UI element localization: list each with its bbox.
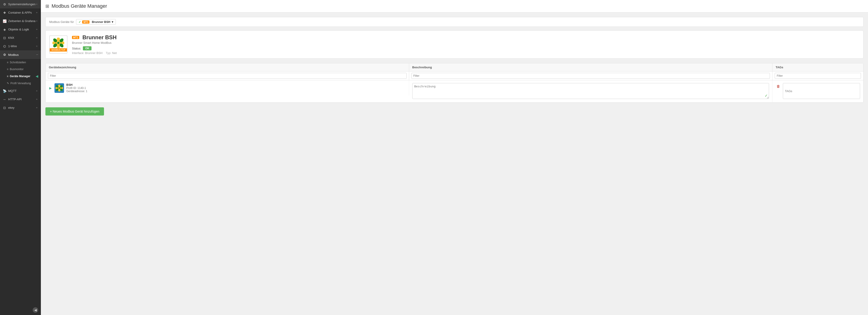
sidebar-item-label: Objekte & Logik: [8, 28, 29, 31]
add-device-button[interactable]: + Neues Modbus Gerät hinzufügen: [45, 107, 104, 116]
sidebar-item-label: Systemeinstellungen: [8, 2, 35, 6]
device-badge: MT1: [72, 36, 79, 39]
expand-icon: ＋: [35, 11, 38, 14]
sidebar-item-label: MQTT: [8, 89, 17, 93]
device-selector-label: Modbus Geräte für: [49, 20, 74, 24]
tags-cell-inner: 🗑: [776, 83, 860, 99]
sidebar-collapse-button[interactable]: ◀: [33, 307, 38, 313]
sidebar-item-label: Container & APPs: [8, 11, 32, 14]
mqtt-icon: 📡: [3, 89, 6, 93]
status-badge: OK: [83, 46, 92, 51]
sidebar-item-zeitserien[interactable]: 📈 Zeitserien & Grafana ＋: [0, 17, 41, 25]
col-beschreibung: Beschreibung: [409, 63, 773, 71]
filter-row: [45, 71, 863, 80]
cell-tags: 🗑: [772, 80, 863, 102]
device-row-address: Geräteadresse: 1: [66, 90, 87, 93]
sidebar-item-container-apps[interactable]: ❖ Container & APPs ＋: [0, 8, 41, 17]
filter-cell-tags: [772, 71, 863, 80]
sidebar-item-objekte[interactable]: ◈ Objekte & Logik ＋: [0, 25, 41, 34]
expand-icon: ＋: [35, 44, 38, 48]
device-row-info: BSH Profil ID: 1140-1 Geräteadresse: 1: [66, 83, 87, 93]
sidebar-subitem-profil[interactable]: ✎ Profil Verwaltung: [0, 80, 41, 87]
filter-beschreibung-input[interactable]: [411, 73, 770, 79]
mt1-badge: MT1: [82, 21, 89, 24]
expand-icon: ＋: [35, 97, 38, 101]
sidebar-subitem-geraete-manager[interactable]: ≡ Geräte Manager ◀: [0, 73, 41, 80]
sidebar-item-ekey[interactable]: ⊡ ekey ＋: [0, 103, 41, 112]
schnittstellen-icon: ≡: [7, 61, 8, 64]
content-area: Modbus Geräte für ✓ MT1 Brunner BSH ▾: [41, 12, 868, 315]
device-thumbnail: [55, 83, 64, 93]
active-arrow-icon: ◀: [36, 74, 38, 78]
filter-geraet-input[interactable]: [48, 73, 407, 79]
expand-icon: ＋: [35, 36, 38, 40]
main-content: ⊞ Modbus Geräte Manager Modbus Geräte fü…: [41, 0, 868, 315]
expand-icon: ＋: [35, 106, 38, 109]
status-label: Status:: [72, 47, 81, 50]
wire-icon: ⌬: [3, 44, 6, 48]
sidebar-item-label: Zeitserien & Grafana: [8, 19, 35, 23]
geraete-icon: ≡: [7, 75, 8, 78]
beschreibung-textarea[interactable]: [412, 83, 769, 99]
sidebar-bottom: ◀: [0, 305, 41, 315]
device-subtitle: Brunner Smart Home ModBus: [72, 41, 860, 44]
sidebar-item-modbus[interactable]: ⚙ Modbus −: [0, 51, 41, 59]
device-flower-icon: [52, 37, 65, 48]
expand-icon: ＋: [35, 19, 38, 23]
beschreibung-check-icon: ✓: [765, 94, 768, 98]
sidebar-subitem-label: Geräte Manager: [10, 75, 30, 78]
device-logo-label: MODBUS TCP: [50, 48, 67, 52]
filter-cell-beschreibung: [409, 71, 773, 80]
tags-input[interactable]: [783, 83, 860, 99]
device-selector-bar: Modbus Geräte für ✓ MT1 Brunner BSH ▾: [45, 17, 864, 27]
filter-tags-input[interactable]: [775, 73, 861, 79]
device-name: Brunner BSH: [83, 34, 117, 41]
sidebar-item-knx[interactable]: ⊡ KNX ＋: [0, 34, 41, 42]
col-tags: TAGs: [772, 63, 863, 71]
sidebar: ⚙ Systemeinstellungen ＋ ❖ Container & AP…: [0, 0, 41, 315]
sidebar-item-label: ekey: [8, 106, 14, 109]
header: ⊞ Modbus Geräte Manager: [41, 0, 868, 12]
sidebar-subitem-busmonitor[interactable]: ≡ Busmonitor: [0, 66, 41, 73]
device-interface: Interface: Brunner BSH Typ: Net: [72, 51, 860, 55]
expand-icon: ＋: [35, 2, 38, 6]
sidebar-subitem-schnittstellen[interactable]: ≡ Schnittstellen: [0, 59, 41, 66]
device-info: MT1 Brunner BSH Brunner Smart Home ModBu…: [72, 34, 860, 55]
desc-cell-inner: ✓: [412, 83, 769, 100]
sidebar-item-http-api[interactable]: ↔ HTTP-API ＋: [0, 95, 41, 103]
sidebar-item-1wire[interactable]: ⌬ 1-Wire ＋: [0, 42, 41, 51]
dropdown-arrow-icon: ▾: [112, 20, 113, 24]
table-row: ▶: [45, 80, 863, 102]
device-card: MODBUS TCP MT1 Brunner BSH Brunner Smart…: [45, 30, 864, 59]
knx-icon: ⊡: [3, 36, 6, 40]
device-logo: MODBUS TCP: [49, 35, 67, 54]
add-device-label: + Neues Modbus Gerät hinzufügen: [50, 109, 99, 113]
cell-beschreibung: ✓: [409, 80, 773, 102]
row-expand-button[interactable]: ▶: [49, 86, 52, 90]
collapse-icon: −: [36, 53, 38, 57]
cell-geraet: ▶: [45, 80, 409, 96]
table-header: Gerätebezeichnung Beschreibung TAGs: [45, 63, 863, 71]
container-icon: ❖: [3, 11, 6, 14]
sidebar-subitem-label: Busmonitor: [10, 68, 24, 71]
chart-icon: 📈: [3, 19, 6, 23]
device-status: Status: OK: [72, 46, 860, 51]
device-row-profile: Profil ID: 1140-1: [66, 87, 87, 90]
device-selector-dropdown[interactable]: ✓ MT1 Brunner BSH ▾: [76, 19, 116, 25]
device-row-left: ▶: [49, 83, 406, 93]
sidebar-item-label: HTTP-API: [8, 98, 22, 101]
sidebar-item-label: 1-Wire: [8, 44, 17, 48]
sidebar-subitem-label: Profil Verwaltung: [10, 82, 31, 85]
sidebar-item-label: Modbus: [8, 53, 19, 57]
filter-cell-geraet: [45, 71, 409, 80]
sidebar-item-mqtt[interactable]: 📡 MQTT ＋: [0, 87, 41, 95]
expand-icon: ＋: [35, 28, 38, 31]
modbus-icon: ⚙: [3, 53, 6, 57]
col-geraetebezeichnung: Gerätebezeichnung: [45, 63, 409, 71]
devices-table: Gerätebezeichnung Beschreibung TAGs: [45, 63, 864, 103]
header-icon: ⊞: [45, 3, 49, 9]
sidebar-item-systemeinstellungen[interactable]: ⚙ Systemeinstellungen ＋: [0, 0, 41, 8]
delete-device-button[interactable]: 🗑: [776, 84, 781, 89]
device-row-name: BSH: [66, 83, 87, 87]
sidebar-item-label: KNX: [8, 36, 14, 39]
